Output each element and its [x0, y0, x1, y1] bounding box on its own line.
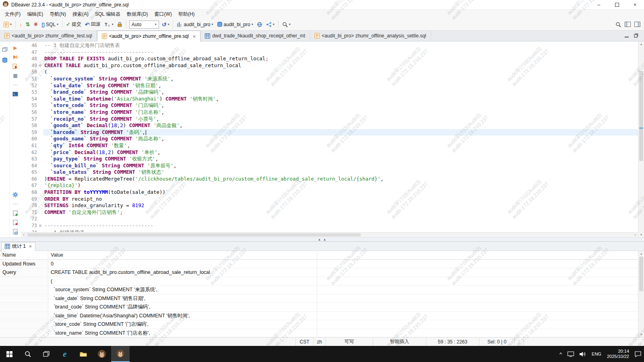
code-line[interactable]: 62 `price` Decimal(18,2) COMMENT '单价', [21, 149, 638, 156]
menu-item[interactable]: 数据库(D) [124, 10, 151, 19]
language-indicator[interactable]: ENG [589, 346, 604, 362]
vertical-scrollbar[interactable]: ▴ ▾ [638, 41, 644, 237]
line-number[interactable]: 69 [21, 196, 37, 203]
horizontal-scrollbar[interactable]: ‹ › [21, 232, 638, 237]
grid-row[interactable]: Updated Rows0 [0, 260, 638, 269]
line-number[interactable]: 73 [21, 222, 37, 229]
line-number[interactable]: 51 [21, 76, 37, 82]
line-number[interactable]: 47 [21, 49, 37, 56]
statistics-grid[interactable]: NameValueUpdated Rows0QueryCREATE TABLE … [0, 251, 638, 337]
line-number[interactable]: 58 [21, 122, 37, 129]
transaction-mode-button[interactable]: ▯SQL▾ [40, 20, 60, 29]
scroll-right-icon[interactable]: › [632, 232, 638, 237]
line-number[interactable]: 65 [21, 169, 37, 176]
line-number[interactable]: 60 [21, 136, 37, 142]
code-line[interactable]: 65 `sale_status` String COMMENT '销售状态' [21, 169, 638, 176]
line-number[interactable]: 71 [21, 209, 37, 216]
results-scrollbar[interactable]: ▴ ▾ [638, 251, 644, 337]
code-line[interactable]: 71COMMENT '自定义海外门店销售'; [21, 209, 638, 216]
rollback-button[interactable]: ↶回滚 [83, 20, 102, 29]
grid-row[interactable]: `sale_date` String COMMENT '销售日期', [0, 294, 638, 303]
taskbar-search-button[interactable] [19, 346, 37, 362]
dbeaver-taskbar-button[interactable] [93, 346, 111, 362]
menu-item[interactable]: 帮助(H) [175, 10, 198, 19]
line-number[interactable]: 72 [21, 216, 37, 222]
restore-view-icon[interactable] [2, 46, 8, 53]
close-window-button[interactable]: × [626, 0, 644, 9]
panel-splitter[interactable]: ▲ ▲ [0, 237, 644, 241]
internet-explorer-button[interactable]: e [56, 346, 74, 362]
sync-icon-button[interactable]: ⇅ [24, 20, 32, 29]
menu-item[interactable]: 导航(N) [46, 10, 69, 19]
code-viewport[interactable]: 46-- 3 创建自定义海外门店销售表47-------------------… [21, 41, 638, 232]
maximize-editor-icon[interactable] [634, 32, 638, 39]
menu-item[interactable]: SQL 编辑器 [92, 10, 124, 19]
code-line[interactable]: 57 `receipt_no` String COMMENT '小票号', [21, 116, 638, 123]
query-history-button[interactable]: ↺▾ [160, 20, 171, 29]
grid-row[interactable]: `store_code` String COMMENT '门店编码', [0, 320, 638, 329]
scroll-down-icon[interactable]: ▾ [638, 232, 644, 237]
code-line[interactable]: 74-- 4 创建退货表 [21, 229, 638, 232]
file-explorer-button[interactable] [74, 346, 93, 362]
code-line[interactable]: 63 `pay_type` String COMMENT '收银方式', [21, 156, 638, 162]
line-number[interactable]: 62 [21, 149, 37, 156]
code-line[interactable]: 73⊖------------------------------------ [21, 222, 638, 229]
line-number[interactable]: 52 [21, 82, 37, 89]
explain-plan-icon[interactable]: ▦ [12, 72, 19, 79]
database-navigator-icon[interactable] [2, 58, 8, 65]
fetch-down-icon-button[interactable]: ↓ [18, 20, 24, 29]
code-line[interactable]: 54 `sale_time` Datetime('Asia/Shanghai')… [21, 96, 638, 103]
quick-search-button[interactable] [614, 21, 623, 29]
code-line[interactable]: 61 `qty` Int64 COMMENT '数量', [21, 142, 638, 149]
line-number[interactable]: 50 [21, 69, 37, 76]
taskbar-clock[interactable]: 20:14 2025/10/22 [604, 346, 632, 362]
scrollbar-thumb[interactable] [639, 71, 643, 161]
minimize-window-button[interactable]: – [590, 0, 608, 9]
volume-icon[interactable] [577, 346, 589, 362]
more-icon[interactable]: ⋯ [12, 201, 19, 207]
cancel-query-button[interactable]: ✳ [32, 20, 39, 29]
status-more-icon[interactable]: ⋮ [514, 337, 523, 346]
execute-new-tab-icon[interactable] [12, 63, 19, 70]
code-line[interactable]: 58 `goods_amt` Decimal(18,2) COMMENT '商品… [21, 122, 638, 129]
fold-collapse-icon[interactable]: ⊖ [37, 222, 43, 229]
new-sql-editor-button[interactable]: ▾ [2, 21, 13, 29]
code-line[interactable]: 55 `store_code` String COMMENT '门店编码', [21, 102, 638, 109]
line-number[interactable]: 68 [21, 189, 37, 196]
editor-tab[interactable]: <audit_bi_pro> zhumr_offline_test.sql [0, 31, 97, 41]
editor-tab[interactable]: <audit_bi_pro> zhumr_offline_analysis_se… [310, 31, 431, 41]
line-number[interactable]: 59 [21, 129, 37, 136]
code-line[interactable]: 49⊖CREATE TABLE audit_bi_pro.custom_offl… [21, 62, 638, 69]
code-line[interactable]: 59 `barcode` String COMMENT '条码', [21, 129, 638, 136]
dbeaver-active-taskbar-button[interactable] [111, 346, 130, 362]
collapse-up-icon[interactable]: ▲ [318, 238, 321, 241]
code-line[interactable]: 64 `source_bill_no` String COMMENT '原单据号… [21, 162, 638, 169]
line-number[interactable]: 70 [21, 202, 37, 209]
line-number[interactable]: 46 [21, 42, 37, 49]
close-tab-icon[interactable]: × [29, 244, 32, 249]
execute-script-icon[interactable] [12, 54, 19, 60]
collapse-up-icon[interactable]: ▲ [323, 238, 326, 241]
editor-tab[interactable]: dwd_trade_hkaudit_shop_receipt_other_mt [200, 31, 310, 41]
code-line[interactable]: 68PARTITION BY toYYYYMM(toDate(sale_date… [21, 189, 638, 196]
scrollbar-thumb[interactable] [27, 233, 361, 237]
code-line[interactable]: 50( [21, 69, 638, 76]
code-line[interactable]: 69ORDER BY receipt_no [21, 196, 638, 203]
menu-item[interactable]: 编辑(E) [24, 10, 46, 19]
scroll-up-icon[interactable]: ▴ [638, 251, 644, 256]
network-icon-button[interactable]: ▾ [264, 21, 276, 29]
line-number[interactable]: 63 [21, 156, 37, 162]
code-line[interactable]: 47------------------------------------ [21, 49, 638, 56]
code-line[interactable]: 56 `store_name` String COMMENT '门店名称', [21, 109, 638, 116]
display-tray-icon[interactable] [565, 346, 577, 362]
lock-icon-button[interactable] [116, 21, 124, 28]
text-case-button[interactable]: TT▾ [103, 21, 115, 29]
fold-collapse-icon[interactable]: ⊖ [37, 62, 43, 69]
commit-mode-select[interactable]: Auto▾ [129, 21, 159, 29]
line-number[interactable]: 48 [21, 56, 37, 62]
line-number[interactable]: 67 [21, 182, 37, 189]
code-line[interactable]: 46-- 3 创建自定义海外门店销售表 [21, 42, 638, 49]
scroll-down-icon[interactable]: ▾ [638, 332, 644, 337]
code-line[interactable]: 72 [21, 216, 638, 222]
settings-gear-icon[interactable] [12, 191, 19, 198]
